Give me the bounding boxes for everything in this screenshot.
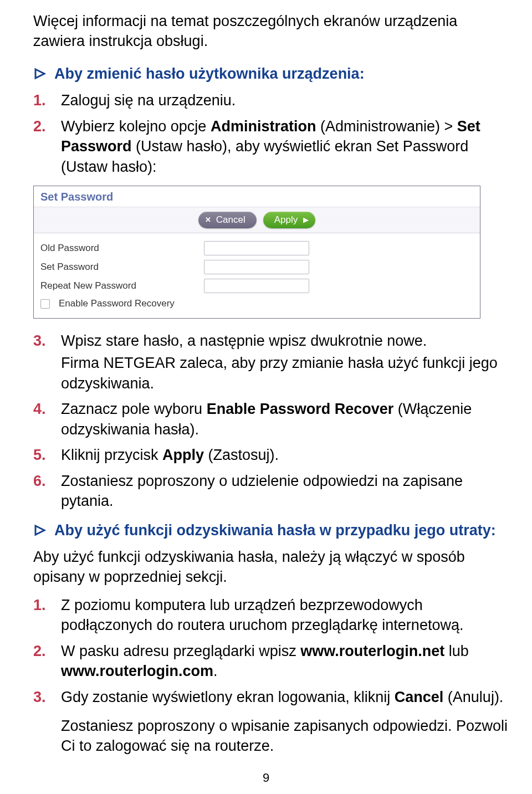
text-segment: W pasku adresu przeglądarki wpisz: [61, 643, 300, 659]
intro-paragraph: Więcej informacji na temat poszczególnyc…: [33, 11, 510, 52]
list-number: 2.: [33, 641, 52, 661]
list-item-subtext: Firma NETGEAR zaleca, aby przy zmianie h…: [61, 353, 510, 393]
section-heading-1: Aby zmienić hasło użytkownika urządzenia…: [33, 64, 510, 84]
field-row-old-password: Old Password: [40, 241, 473, 255]
close-icon: ✕: [205, 215, 211, 225]
list-item-body: Wpisz stare hasło, a następnie wpisz dwu…: [61, 331, 510, 393]
list-item: 5. Kliknij przycisk Apply (Zastosuj).: [33, 445, 510, 465]
text-segment: Wpisz stare hasło, a następnie wpisz dwu…: [61, 331, 510, 351]
list-item-body: Zostaniesz poproszony o udzielenie odpow…: [61, 471, 510, 511]
list-number: 4.: [33, 399, 52, 419]
arrow-right-icon: [33, 520, 47, 537]
label-old-password: Old Password: [40, 242, 198, 255]
bold-term-administration: Administration: [211, 118, 316, 135]
panel-action-bar: ✕ Cancel Apply ▶: [34, 207, 480, 233]
list-item: 1. Z poziomu komputera lub urządzeń bezp…: [33, 595, 510, 636]
input-set-password[interactable]: [204, 260, 309, 274]
page-number: 9: [0, 770, 532, 786]
list-number: 2.: [33, 116, 52, 136]
apply-button[interactable]: Apply ▶: [263, 212, 316, 228]
chevron-right-icon: ▶: [303, 215, 309, 225]
section-heading-1-text: Aby zmienić hasło użytkownika urządzenia…: [54, 64, 365, 84]
bold-url-routerlogin-com: www.routerlogin.com: [61, 663, 213, 679]
list-number: 6.: [33, 471, 52, 491]
checkbox-enable-recovery[interactable]: [40, 299, 50, 309]
list-item: 2. Wybierz kolejno opcje Administration …: [33, 116, 510, 177]
list-number: 3.: [33, 687, 52, 707]
panel-fields: Old Password Set Password Repeat New Pas…: [34, 233, 480, 318]
list-item-body: W pasku adresu przeglądarki wpisz www.ro…: [61, 641, 510, 682]
ordered-list-1b: 3. Wpisz stare hasło, a następnie wpisz …: [33, 331, 510, 511]
field-row-enable-recovery: Enable Password Recovery: [40, 298, 473, 310]
bold-term-enable-recover: Enable Password Recover: [207, 401, 394, 417]
text-segment: Zaznacz pole wyboru: [61, 401, 207, 417]
list-number: 5.: [33, 445, 52, 465]
text-segment: (Anuluj).: [443, 689, 503, 705]
text-segment: Gdy zostanie wyświetlony ekran logowania…: [61, 689, 395, 705]
bold-url-routerlogin-net: www.routerlogin.net: [300, 643, 444, 659]
bold-term-apply: Apply: [162, 447, 204, 463]
bold-term-cancel: Cancel: [395, 689, 444, 705]
label-repeat-password: Repeat New Password: [40, 280, 198, 293]
field-row-set-password: Set Password: [40, 260, 473, 274]
list-item-body: Z poziomu komputera lub urządzeń bezprze…: [61, 595, 510, 636]
ordered-list-1: 1. Zaloguj się na urządzeniu. 2. Wybierz…: [33, 90, 510, 177]
arrow-right-icon: [33, 64, 47, 80]
section-heading-2-text: Aby użyć funkcji odzyskiwania hasła w pr…: [54, 520, 496, 540]
list-item: 3. Wpisz stare hasło, a następnie wpisz …: [33, 331, 510, 393]
list-item: 3. Gdy zostanie wyświetlony ekran logowa…: [33, 687, 510, 707]
document-page: Więcej informacji na temat poszczególnyc…: [0, 0, 532, 794]
text-segment: .: [213, 663, 218, 679]
list-item: 2. W pasku adresu przeglądarki wpisz www…: [33, 641, 510, 682]
input-old-password[interactable]: [204, 241, 309, 255]
list-number: 1.: [33, 595, 52, 615]
label-enable-recovery: Enable Password Recovery: [59, 298, 175, 310]
list-item: 4. Zaznacz pole wyboru Enable Password R…: [33, 399, 510, 439]
input-repeat-password[interactable]: [204, 279, 309, 293]
field-row-repeat-password: Repeat New Password: [40, 279, 473, 293]
text-segment: lub: [444, 643, 469, 659]
set-password-screenshot: Set Password ✕ Cancel Apply ▶ Old Passwo…: [33, 186, 480, 319]
text-segment: Wybierz kolejno opcje: [61, 118, 211, 135]
panel-title: Set Password: [34, 186, 480, 207]
list-number: 3.: [33, 331, 52, 351]
text-segment: Kliknij przycisk: [61, 447, 162, 463]
list-item-body: Zaloguj się na urządzeniu.: [61, 90, 510, 110]
label-set-password: Set Password: [40, 261, 198, 274]
list-item: 6. Zostaniesz poproszony o udzielenie od…: [33, 471, 510, 511]
list-item: 1. Zaloguj się na urządzeniu.: [33, 90, 510, 110]
section2-tail-paragraph: Zostaniesz poproszony o wpisanie zapisan…: [61, 716, 510, 756]
apply-button-label: Apply: [274, 214, 298, 227]
list-number: 1.: [33, 90, 52, 110]
list-item-body: Kliknij przycisk Apply (Zastosuj).: [61, 445, 510, 465]
section-heading-2: Aby użyć funkcji odzyskiwania hasła w pr…: [33, 520, 510, 540]
list-item-body: Wybierz kolejno opcje Administration (Ad…: [61, 116, 510, 177]
ordered-list-2: 1. Z poziomu komputera lub urządzeń bezp…: [33, 595, 510, 707]
cancel-button-label: Cancel: [216, 214, 245, 227]
list-item-body: Zaznacz pole wyboru Enable Password Reco…: [61, 399, 510, 439]
cancel-button[interactable]: ✕ Cancel: [198, 212, 257, 228]
text-segment: (Zastosuj).: [204, 447, 279, 463]
text-segment: (Administrowanie) >: [316, 118, 457, 135]
section2-intro-paragraph: Aby użyć funkcji odzyskiwania hasła, nal…: [33, 547, 510, 587]
list-item-body: Gdy zostanie wyświetlony ekran logowania…: [61, 687, 510, 707]
